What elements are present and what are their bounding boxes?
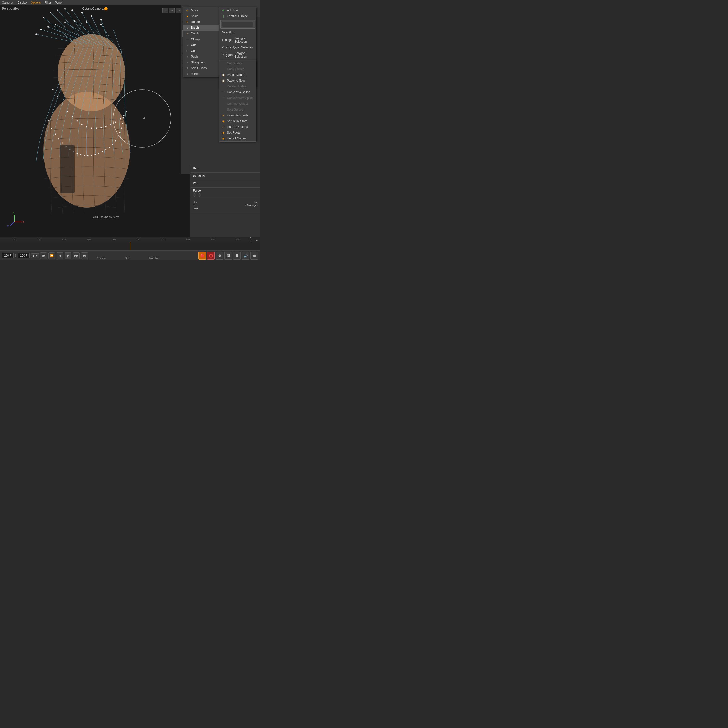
frame-display-2[interactable]: 200 F — [18, 253, 30, 258]
menu-item-split-guides[interactable]: Split Guides — [219, 107, 256, 112]
menu-item-cut-guides[interactable]: Cut Guides — [219, 60, 256, 66]
menu-item-poly-selection[interactable]: PolyPolygon Selection — [219, 44, 256, 50]
octane-camera-label: OctaneCamera ⬤ — [82, 7, 108, 10]
svg-point-54 — [51, 128, 52, 129]
svg-text:Z: Z — [7, 225, 9, 228]
menu-item-even-segments[interactable]: ≡ Even Segments — [219, 112, 256, 118]
menu-panel[interactable]: Panel — [55, 1, 62, 5]
viewport-icon-rotate[interactable]: ↻ — [169, 8, 174, 13]
svg-point-34 — [86, 21, 87, 23]
menu-item-move[interactable]: ✛ Move — [183, 8, 219, 13]
curl-icon: ○ — [186, 43, 189, 47]
svg-point-39 — [67, 111, 68, 112]
panel-section-ph: Ph... — [190, 180, 260, 188]
svg-point-29 — [40, 29, 42, 30]
menu-item-push[interactable]: ↑ Push — [183, 54, 219, 60]
svg-point-23 — [64, 8, 66, 10]
menu-cameras[interactable]: Cameras — [2, 1, 14, 5]
menu-item-selection[interactable]: Selection — [219, 30, 256, 35]
unroot-guides-icon: ◉ — [222, 137, 225, 140]
frame-stepper[interactable]: ▲▼ — [31, 254, 39, 258]
layout-btn[interactable]: ▦ — [250, 252, 258, 260]
menu-item-add-hair[interactable]: ✛ Add Hair — [219, 8, 256, 13]
grid-btn[interactable]: ⠿ — [233, 252, 241, 260]
svg-point-20 — [43, 17, 44, 18]
svg-point-68 — [102, 151, 103, 152]
menu-item-convert-from-spline[interactable]: 〜 Convert from Spline — [219, 95, 256, 101]
menu-item-mirror[interactable]: ) Mirror — [183, 71, 219, 77]
transport-prev-10[interactable]: ⏪ — [48, 252, 55, 259]
svg-point-70 — [109, 147, 110, 148]
svg-point-24 — [72, 9, 73, 11]
straighten-icon: ⟋ — [186, 61, 189, 64]
bottom-right-panel: Ba... Dynamic Ph... Force H... F... ted … — [190, 165, 260, 237]
svg-point-71 — [112, 144, 113, 145]
grid-spacing-label: Grid Spacing : 500 cm — [93, 216, 119, 218]
force-circle-2[interactable] — [198, 193, 201, 197]
menu-item-add-guides[interactable]: ✛ Add Guides — [183, 65, 219, 71]
menu-item-cut[interactable]: ✂ Cut — [183, 48, 219, 54]
menu-item-copy-guides[interactable]: Copy Guides — [219, 66, 256, 72]
menu-item-convert-to-spline[interactable]: 〜 Convert to Spline — [219, 89, 256, 95]
menu-item-delete-guides[interactable]: Delete Guides — [219, 84, 256, 89]
menu-item-unroot-guides[interactable]: ◉ Unroot Guides — [219, 136, 256, 141]
menu-options[interactable]: Options — [31, 1, 41, 5]
mesh-background: X Y Z — [0, 5, 190, 242]
parking-btn[interactable]: 🅿 — [224, 252, 232, 260]
svg-text:X: X — [22, 221, 24, 223]
svg-point-22 — [57, 9, 58, 11]
add-guides-icon: ✛ — [186, 66, 189, 70]
motion-btn[interactable]: ⭕ — [207, 252, 215, 260]
svg-point-67 — [98, 153, 99, 154]
svg-point-77 — [123, 118, 124, 119]
menu-item-set-roots[interactable]: ◉ Set Roots — [219, 130, 256, 136]
menu-item-connect-guides[interactable]: Connect Guides — [219, 101, 256, 107]
viewport: X Y Z Perspective OctaneCamera ⬤ Grid Sp… — [0, 5, 190, 242]
viewport-icon-arrows[interactable]: ⤢ — [162, 8, 168, 13]
cut-icon: ✂ — [186, 49, 189, 52]
menu-item-scale[interactable]: ■ Scale — [183, 13, 219, 19]
timeline-scroll[interactable]: ▲ — [255, 238, 258, 241]
timeline-track[interactable] — [0, 242, 260, 251]
settings-btn[interactable]: ⚙ — [216, 252, 223, 260]
menu-item-feathers-object[interactable]: | Feathers Object — [219, 13, 256, 19]
svg-point-2 — [43, 92, 130, 208]
menu-item-paste-guides[interactable]: 📋 Paste Guides — [219, 72, 256, 78]
menu-item-set-initial-state[interactable]: ◉ Set Initial State — [219, 118, 256, 124]
transport-play[interactable]: ▶ — [65, 252, 72, 259]
clump-icon: ⟋ — [186, 38, 189, 41]
menu-item-rotate[interactable]: ↻ Rotate — [183, 19, 219, 25]
menu-filter[interactable]: Filter — [44, 1, 51, 5]
svg-point-76 — [122, 123, 124, 124]
playhead-marker — [130, 242, 130, 250]
transport-prev[interactable]: ◀ — [57, 252, 63, 259]
add-hair-icon: ✛ — [222, 9, 225, 12]
menu-display[interactable]: Display — [18, 1, 27, 5]
menu-item-straighten[interactable]: ⟋ Straighten — [183, 60, 219, 65]
svg-point-21 — [50, 12, 51, 13]
transport-to-end[interactable]: ⏭ — [81, 252, 88, 259]
menu-item-clump[interactable]: ⟋ Clump — [183, 36, 219, 42]
primary-context-menu: ✛ Move ■ Scale ↻ Rotate ⬥ Brush ⟋ Comb ⟋… — [183, 7, 219, 77]
menu-item-hairs-to-guides[interactable]: ⟋ Hairs to Guides — [219, 124, 256, 130]
panel-section-force: Force — [190, 188, 260, 198]
svg-point-27 — [100, 19, 102, 20]
frame-display-1[interactable]: 200 F — [2, 253, 14, 258]
record-btn[interactable]: 🔴 — [198, 252, 206, 260]
audio-btn[interactable]: 🔊 — [242, 252, 249, 260]
timeline-ruler: 110 120 130 140 150 160 170 180 190 200 … — [0, 237, 260, 242]
svg-point-47 — [106, 126, 107, 127]
menu-item-paste-to-new[interactable]: 📋 Paste to New — [219, 78, 256, 84]
menu-item-triangle-selection[interactable]: Triangle Triangle Selection — [219, 35, 256, 44]
menu-item-polygon-selection[interactable]: Polygon Polygon Selection — [219, 50, 256, 60]
menu-item-comb[interactable]: ⟋ Comb — [183, 31, 219, 36]
force-circle-1[interactable] — [193, 193, 196, 197]
menu-item-brush[interactable]: ⬥ Brush — [183, 25, 219, 31]
transport-to-start[interactable]: ⏮ — [40, 252, 47, 259]
brush-icon: ⬥ — [186, 26, 189, 29]
svg-point-74 — [119, 132, 121, 133]
svg-point-73 — [118, 136, 119, 138]
svg-point-75 — [121, 128, 122, 129]
menu-item-curl[interactable]: ○ Curl — [183, 42, 219, 48]
transport-next[interactable]: ▶▶ — [73, 252, 80, 259]
